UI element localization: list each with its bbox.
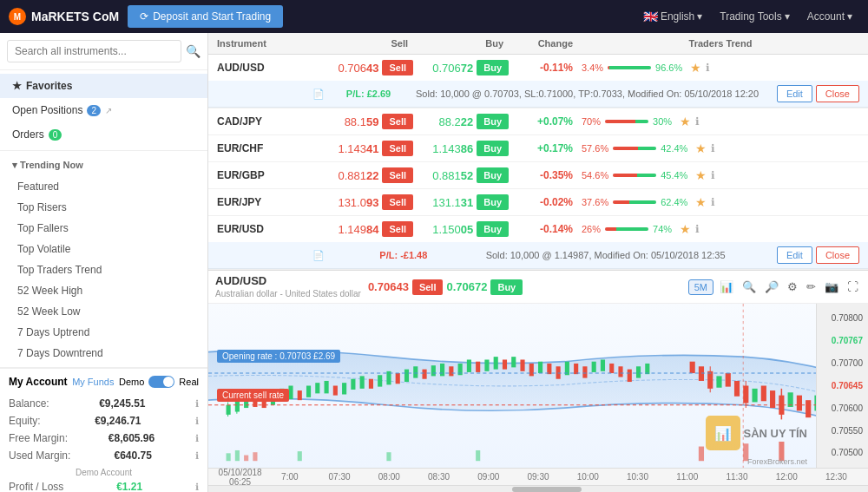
sidebar-item-featured[interactable]: Featured — [0, 176, 207, 197]
svg-rect-32 — [494, 357, 498, 369]
demo-label: Demo — [119, 377, 144, 387]
buy-button[interactable]: Buy — [477, 167, 509, 183]
sidebar-item-top-fallers[interactable]: Top Fallers — [0, 218, 207, 239]
sell-button[interactable]: Sell — [382, 167, 413, 183]
instrument-info-icon[interactable]: ℹ — [711, 169, 715, 181]
sidebar-item-52-week-low[interactable]: 52 Week Low — [0, 301, 207, 322]
buy-price-area: 1.14386 Buy — [417, 141, 512, 156]
my-funds-link[interactable]: My Funds — [72, 377, 114, 387]
instrument-info-icon[interactable]: ℹ — [711, 142, 715, 154]
sidebar-item-top-traders-trend[interactable]: Top Traders Trend — [0, 259, 207, 280]
chart-symbol: AUD/USD — [215, 274, 266, 287]
trend-bar-green — [637, 174, 657, 177]
search-input[interactable] — [7, 40, 181, 62]
favorite-star-icon[interactable]: ★ — [695, 168, 707, 182]
sidebar-item-orders[interactable]: Orders 0 — [0, 122, 207, 147]
instrument-info-icon[interactable]: ℹ — [695, 115, 700, 128]
buy-button[interactable]: Buy — [477, 114, 509, 129]
trend-bar — [613, 174, 656, 177]
buy-button[interactable]: Buy — [477, 194, 509, 210]
sidebar-item-52-week-high[interactable]: 52 Week High — [0, 280, 207, 301]
trading-tools-menu[interactable]: Trading Tools ▾ — [713, 7, 796, 26]
timeframe-5m-button[interactable]: 5M — [688, 279, 713, 295]
edit-trade-button[interactable]: Edit — [777, 246, 812, 264]
toggle-switch[interactable] — [148, 376, 174, 388]
pnl-info-icon[interactable]: ℹ — [195, 482, 199, 493]
scrollbar-thumb[interactable] — [512, 487, 582, 492]
deposit-start-trading-button[interactable]: ⟳ Deposit and Start Trading — [128, 5, 283, 28]
svg-rect-26 — [440, 364, 444, 376]
sell-button[interactable]: Sell — [382, 141, 413, 156]
sell-button[interactable]: Sell — [382, 114, 413, 129]
trend-buy-pct: 62.4% — [661, 197, 687, 207]
time-label: 12:30 — [812, 472, 861, 482]
sidebar-item-7-days-uptrend[interactable]: 7 Days Uptrend — [0, 322, 207, 343]
instrument-main-EURCHF[interactable]: EUR/CHF 1.14341 Sell 1.14386 Buy +0.17% … — [208, 135, 868, 161]
instrument-info-icon[interactable]: ℹ — [711, 196, 715, 208]
balance-info-icon[interactable]: ℹ — [195, 398, 199, 410]
sell-button[interactable]: Sell — [382, 221, 413, 237]
close-trade-button[interactable]: Close — [816, 85, 859, 102]
account-menu[interactable]: Account ▾ — [800, 7, 859, 26]
instrument-info-icon[interactable]: ℹ — [695, 223, 700, 235]
svg-rect-46 — [618, 366, 622, 377]
chart-sell-button[interactable]: Sell — [412, 279, 444, 295]
chart-zoom-out-button[interactable]: 🔎 — [762, 279, 781, 295]
price-axis: 0.70800 0.70767 0.70700 0.70645 0.70600 … — [816, 304, 868, 468]
svg-rect-36 — [529, 364, 534, 376]
favorite-star-icon[interactable]: ★ — [680, 222, 691, 236]
equity-info-icon[interactable]: ℹ — [195, 416, 199, 427]
instrument-main-EURJPY[interactable]: EUR/JPY 131.093 Sell 131.131 Buy -0.02% … — [208, 189, 868, 215]
trend-bar-red — [605, 120, 635, 123]
svg-rect-12 — [315, 383, 319, 393]
deposit-icon: ⟳ — [140, 10, 148, 23]
chart-draw-button[interactable]: ✏ — [804, 279, 819, 295]
instrument-main-EURGBP[interactable]: EUR/GBP 0.88122 Sell 0.88152 Buy -0.35% … — [208, 162, 868, 188]
instrument-main-CADJPY[interactable]: CAD/JPY 88.159 Sell 88.222 Buy +0.07% 70… — [208, 108, 868, 134]
search-icon[interactable]: 🔍 — [186, 44, 201, 58]
sidebar-item-favorites[interactable]: ★ Favorites — [0, 74, 207, 98]
buy-button[interactable]: Buy — [477, 221, 509, 237]
balance-value: €9,245.51 — [99, 397, 145, 410]
favorite-star-icon[interactable]: ★ — [695, 195, 707, 209]
sidebar-item-open-positions[interactable]: Open Positions 2 ↗ — [0, 98, 207, 122]
sidebar-item-top-volatile[interactable]: Top Volatile — [0, 239, 207, 259]
balance-row: Balance: €9,245.51 ℹ — [9, 395, 199, 412]
svg-rect-38 — [547, 364, 551, 374]
change-value: -0.11% — [512, 62, 582, 74]
used-margin-info-icon[interactable]: ℹ — [195, 450, 199, 462]
logo-text: MaRKETS CoM — [31, 10, 119, 23]
instrument-info-icon[interactable]: ℹ — [706, 62, 710, 74]
favorite-star-icon[interactable]: ★ — [690, 61, 701, 75]
chart-settings-button[interactable]: ⚙ — [785, 279, 800, 295]
edit-trade-button[interactable]: Edit — [777, 85, 812, 102]
svg-rect-37 — [538, 362, 542, 373]
free-margin-info-icon[interactable]: ℹ — [195, 433, 199, 444]
sell-button[interactable]: Sell — [382, 194, 413, 210]
sidebar-item-top-risers[interactable]: Top Risers — [0, 197, 207, 218]
pnl-label: Profit / Loss — [9, 481, 63, 492]
instrument-main-EURUSD[interactable]: EUR/USD 1.14984 Sell 1.15005 Buy -0.14% … — [208, 216, 868, 242]
chart-scrollbar[interactable] — [208, 485, 868, 492]
close-trade-button[interactable]: Close — [816, 246, 859, 264]
sell-price-area: 1.14984 Sell — [321, 221, 417, 237]
main-layout: 🔍 ★ Favorites Open Positions 2 ↗ Orders … — [0, 33, 868, 492]
instrument-main-AUDUSD[interactable]: AUD/USD 0.70643 Sell 0.70672 Buy -0.11% … — [208, 55, 868, 81]
sell-price-area: 1.14341 Sell — [321, 141, 417, 156]
row-actions: Edit Close — [777, 85, 859, 102]
chart-screenshot-button[interactable]: 📷 — [822, 279, 841, 295]
favorite-star-icon[interactable]: ★ — [680, 115, 691, 128]
favorite-star-icon[interactable]: ★ — [695, 141, 707, 155]
used-margin-value: €640.75 — [114, 449, 151, 462]
chart-type-button[interactable]: 📊 — [717, 279, 736, 295]
language-selector[interactable]: 🇬🇧 English ▾ — [636, 6, 709, 27]
trend-cell: 70% 30% ★ ℹ — [582, 115, 859, 128]
chart-zoom-in-button[interactable]: 🔍 — [740, 279, 759, 295]
sidebar-item-7-days-downtrend[interactable]: 7 Days Downtrend — [0, 343, 207, 364]
buy-button[interactable]: Buy — [477, 141, 509, 156]
sell-button[interactable]: Sell — [382, 60, 413, 75]
account-title: My Account — [9, 376, 68, 388]
chart-buy-button[interactable]: Buy — [490, 279, 523, 295]
buy-button[interactable]: Buy — [477, 60, 509, 75]
chart-fullscreen-button[interactable]: ⛶ — [845, 279, 861, 295]
